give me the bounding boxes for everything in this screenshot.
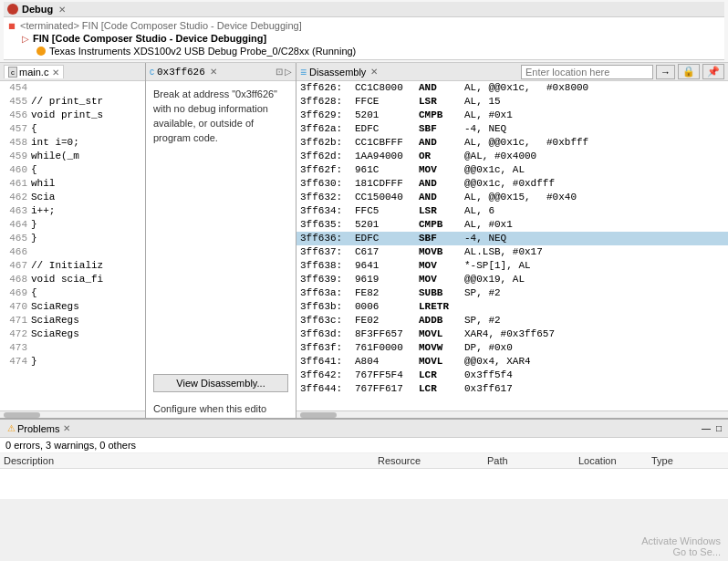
code-line-465: 465} xyxy=(0,232,145,245)
problems-tab-label: Problems xyxy=(17,423,59,434)
source-panel: c main.c ✕ 454 455// print_str 456void p… xyxy=(0,63,146,418)
disasm-row-3ff62f: 3ff62f:961CMOV@@0x1c, AL xyxy=(296,163,728,177)
info-tab[interactable]: c 0x3ff626 ✕ xyxy=(150,67,217,78)
col-description: Description xyxy=(4,455,378,466)
info-expand-icon[interactable]: ⊡ xyxy=(276,67,283,77)
disasm-row-3ff639: 3ff639:9619MOV@@0x19, AL xyxy=(296,273,728,286)
info-message: Break at address "0x3ff626" with no debu… xyxy=(153,88,277,143)
col-type: Type xyxy=(651,455,724,466)
problems-maximize-icon[interactable]: □ xyxy=(713,422,724,434)
configure-text: Configure when this edito xyxy=(146,400,296,418)
problems-summary-text: 0 errors, 3 warnings, 0 others xyxy=(5,440,136,451)
disasm-pin-button[interactable]: 📌 xyxy=(702,64,724,79)
fin-icon: ▷ xyxy=(22,34,29,44)
disasm-row-3ff636: 3ff636:EDFCSBF-4, NEQ xyxy=(296,232,728,245)
code-line-454: 454 xyxy=(0,81,145,95)
fin-label: FIN [Code Composer Studio - Device Debug… xyxy=(33,33,266,44)
fin-item[interactable]: ▷ FIN [Code Composer Studio - Device Deb… xyxy=(4,32,724,45)
activate-line1: Activate Windows xyxy=(641,535,721,546)
info-close-icon[interactable]: ✕ xyxy=(210,67,217,77)
debug-tree: ⏹ <terminated> FIN [Code Composer Studio… xyxy=(4,17,724,60)
disasm-row-3ff644: 3ff644:767FF617LCR0x3ff617 xyxy=(296,382,728,396)
disasm-lock-button[interactable]: 🔒 xyxy=(678,64,700,79)
probe-icon xyxy=(36,47,46,56)
problems-minimize-icon[interactable]: — xyxy=(699,422,713,434)
problems-icon: ⚠ xyxy=(7,423,16,433)
disasm-row-3ff630: 3ff630:181CDFFFAND@@0x1c, #0xdfff xyxy=(296,177,728,191)
problems-close-icon[interactable]: ✕ xyxy=(63,423,70,433)
info-arrow-icon[interactable]: ▷ xyxy=(285,67,292,77)
disasm-row-3ff637: 3ff637:C617MOVBAL.LSB, #0x17 xyxy=(296,245,728,259)
code-line-467: 467// Initializ xyxy=(0,259,145,273)
code-line-458: 458 int i=0; xyxy=(0,136,145,150)
disasm-row-3ff63d: 3ff63d:8F3FF657MOVLXAR4, #0x3ff657 xyxy=(296,327,728,341)
activate-watermark: Activate Windows Go to Se... xyxy=(634,532,728,561)
disasm-close-icon[interactable]: ✕ xyxy=(370,67,378,77)
code-line-456: 456void print_s xyxy=(0,109,145,122)
source-tab-bar: c main.c ✕ xyxy=(0,63,145,81)
info-body: Break at address "0x3ff626" with no debu… xyxy=(146,81,296,367)
info-tab-label: 0x3ff626 xyxy=(157,67,205,78)
disasm-row-3ff638: 3ff638:9641MOV*-SP[1], AL xyxy=(296,259,728,273)
probe-label: Texas Instruments XDS100v2 USB Debug Pro… xyxy=(49,46,356,57)
terminated-item: ⏹ <terminated> FIN [Code Composer Studio… xyxy=(4,19,724,32)
bottom-panel: ⚠ Problems ✕ — □ 0 errors, 3 warnings, 0… xyxy=(0,419,728,499)
code-line-473: 473 xyxy=(0,341,145,355)
disasm-row-3ff63c: 3ff63c:FE02ADDBSP, #2 xyxy=(296,314,728,327)
code-line-470: 470 SciaRegs xyxy=(0,300,145,314)
code-line-457: 457{ xyxy=(0,122,145,136)
disasm-row-3ff63f: 3ff63f:761F0000MOVWDP, #0x0 xyxy=(296,341,728,355)
disasm-table: 3ff626:CC1C8000ANDAL, @@0x1c,#0x8000 3ff… xyxy=(296,81,728,410)
code-line-468: 468void scia_fi xyxy=(0,273,145,286)
disasm-row-3ff635: 3ff635:5201CMPBAL, #0x1 xyxy=(296,218,728,232)
disasm-go-button[interactable]: → xyxy=(656,65,675,79)
code-line-462: 462 Scia xyxy=(0,191,145,204)
code-line-471: 471 SciaRegs xyxy=(0,314,145,327)
disasm-tab[interactable]: ≡ Disassembly ✕ xyxy=(300,66,378,78)
disasm-row-3ff629: 3ff629:5201CMPBAL, #0x1 xyxy=(296,109,728,122)
view-disassembly-button[interactable]: View Disassembly... xyxy=(153,374,288,392)
location-input[interactable] xyxy=(521,65,653,79)
activate-line2: Go to Se... xyxy=(641,546,721,557)
main-c-tab[interactable]: c main.c ✕ xyxy=(4,65,64,78)
disasm-scrollbar-h[interactable] xyxy=(296,410,728,418)
debug-tab-label[interactable]: Debug xyxy=(22,4,53,15)
disasm-row-3ff62d: 3ff62d:1AA94000OR@AL, #0x4000 xyxy=(296,150,728,163)
code-line-469: 469{ xyxy=(0,286,145,300)
debug-header: Debug ✕ ⏹ <terminated> FIN [Code Compose… xyxy=(0,0,728,63)
source-code: 454 455// print_str 456void print_s 457{… xyxy=(0,81,145,410)
disasm-row-3ff632: 3ff632:CC150040ANDAL, @@0x15,#0x40 xyxy=(296,191,728,204)
code-line-466: 466 xyxy=(0,245,145,259)
disasm-row-3ff62a: 3ff62a:EDFCSBF-4, NEQ xyxy=(296,122,728,136)
probe-item[interactable]: Texas Instruments XDS100v2 USB Debug Pro… xyxy=(4,45,724,57)
disasm-row-3ff642: 3ff642:767FF5F4LCR0x3ff5f4 xyxy=(296,369,728,382)
source-close-icon[interactable]: ✕ xyxy=(52,68,59,78)
info-panel-header: c 0x3ff626 ✕ ⊡ ▷ xyxy=(146,63,296,81)
problems-tab-bar: ⚠ Problems ✕ — □ xyxy=(0,420,728,438)
main-area: c main.c ✕ 454 455// print_str 456void p… xyxy=(0,63,728,419)
problems-summary: 0 errors, 3 warnings, 0 others xyxy=(0,438,728,453)
terminated-label: <terminated> FIN [Code Composer Studio -… xyxy=(20,20,302,31)
disasm-row-3ff626: 3ff626:CC1C8000ANDAL, @@0x1c,#0x8000 xyxy=(296,81,728,95)
code-line-474: 474} xyxy=(0,355,145,369)
disasm-header-right: → 🔒 📌 xyxy=(521,64,724,79)
disasm-tab-icon: ≡ xyxy=(300,66,307,78)
disasm-row-3ff628: 3ff628:FFCELSRAL, 15 xyxy=(296,95,728,109)
disasm-row-3ff62b: 3ff62b:CC1CBFFFANDAL, @@0x1c,#0xbfff xyxy=(296,136,728,150)
col-path: Path xyxy=(487,455,578,466)
main-c-tab-label: main.c xyxy=(19,67,48,78)
info-panel: c 0x3ff626 ✕ ⊡ ▷ Break at address "0x3ff… xyxy=(146,63,296,418)
code-line-464: 464 } xyxy=(0,218,145,232)
problems-tab[interactable]: ⚠ Problems ✕ xyxy=(4,422,74,435)
debug-title-bar: Debug ✕ xyxy=(4,2,724,17)
disasm-row-3ff634: 3ff634:FFC5LSRAL, 6 xyxy=(296,204,728,218)
disasm-tab-label-text: Disassembly xyxy=(309,67,366,78)
code-line-461: 461 whil xyxy=(0,177,145,191)
code-line-463: 463 i++; xyxy=(0,204,145,218)
debug-icon xyxy=(7,4,18,15)
source-scrollbar-h[interactable] xyxy=(0,410,145,418)
file-icon: c xyxy=(8,67,17,78)
code-line-459: 459 while(_m xyxy=(0,150,145,163)
debug-close-icon[interactable]: ✕ xyxy=(58,5,66,15)
code-line-460: 460 { xyxy=(0,163,145,177)
